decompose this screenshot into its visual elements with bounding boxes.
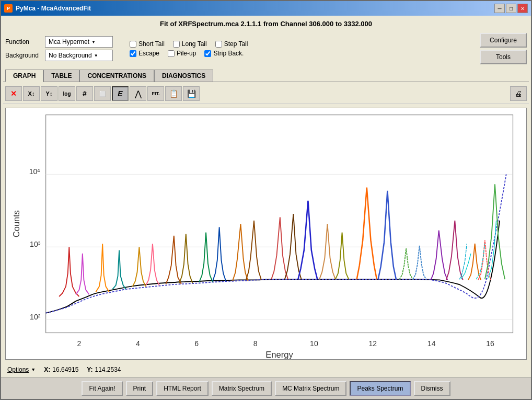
step-tail-checkbox[interactable] [215, 41, 222, 48]
background-dropdown-arrow: ▼ [94, 53, 98, 58]
clear-button[interactable]: ✕ [5, 86, 22, 101]
y-label: Y: [87, 366, 92, 373]
svg-text:14: 14 [427, 339, 436, 348]
html-report-button[interactable]: HTML Report [156, 381, 209, 396]
escape-label: Escape [138, 50, 159, 57]
short-tail-checkbox-item: Short Tail [130, 40, 165, 48]
function-dropdown-arrow: ▼ [91, 40, 96, 44]
print-bottom-button[interactable]: Print [126, 381, 154, 396]
y-value: 114.2534 [95, 366, 121, 373]
short-tail-label: Short Tail [138, 40, 165, 48]
controls-row: Function Mca Hypermet ▼ Background No Ba… [3, 32, 529, 65]
tabs: GRAPH TABLE CONCENTRATIONS DIAGNOSTICS [3, 67, 529, 82]
grid-button[interactable]: # [76, 86, 93, 101]
checkbox-row-1: Short Tail Long Tail Step Tail [130, 40, 463, 48]
svg-text:2: 2 [77, 339, 82, 348]
controls-left: Function Mca Hypermet ▼ Background No Ba… [5, 36, 113, 61]
function-group: Function Mca Hypermet ▼ [5, 36, 113, 48]
titlebar: P PyMca - McaAdvancedFit ─ □ ✕ [1, 1, 531, 16]
long-tail-checkbox[interactable] [173, 41, 180, 48]
titlebar-title: P PyMca - McaAdvancedFit [4, 4, 91, 13]
matrix-spectrum-button[interactable]: Matrix Spectrum [212, 381, 272, 396]
svg-text:4: 4 [136, 339, 140, 348]
escape-checkbox[interactable] [130, 50, 136, 57]
y-status: Y: 114.2534 [87, 366, 121, 373]
svg-text:8: 8 [253, 339, 258, 348]
minimize-button[interactable]: ─ [494, 4, 505, 13]
options-item: Options ▼ [7, 366, 36, 373]
svg-text:Counts: Counts [11, 210, 20, 237]
fit-button[interactable]: FIT. [147, 86, 164, 101]
fit-again-button[interactable]: Fit Again! [82, 381, 122, 396]
svg-text:10²: 10² [30, 313, 41, 321]
svg-text:10⁴: 10⁴ [29, 167, 41, 176]
log-button[interactable]: log [59, 86, 75, 101]
svg-text:16: 16 [486, 339, 494, 348]
save-button[interactable]: 💾 [183, 86, 200, 101]
x-axis-button[interactable]: X↕ [23, 86, 40, 101]
options-arrow: ▼ [31, 367, 36, 372]
background-label: Background [5, 52, 42, 59]
maximize-button[interactable]: □ [506, 4, 516, 13]
toolbar: ✕ X↕ Y↕ log # ⬜ E ⋀ FIT. 📋 💾 🖨 [3, 84, 529, 104]
buttons-right: Configure Tools [480, 33, 527, 64]
x-status: X: 16.64915 [44, 366, 78, 373]
svg-text:10: 10 [310, 339, 318, 348]
peaks-spectrum-button[interactable]: Peaks Spectrum [350, 381, 410, 396]
chart-svg: Counts 10² 10³ 10⁴ 2 4 6 8 10 12 14 16 [6, 108, 526, 359]
content-area: Fit of XRFSpectrum.mca 2.1.1.1 from Chan… [1, 16, 531, 378]
svg-text:6: 6 [194, 339, 199, 348]
pile-up-checkbox[interactable] [168, 50, 175, 57]
svg-text:12: 12 [368, 339, 377, 348]
dismiss-button[interactable]: Dismiss [414, 381, 450, 396]
mc-matrix-spectrum-button[interactable]: MC Matrix Spectrum [275, 381, 346, 396]
pile-up-checkbox-item: Pile-up [168, 50, 196, 57]
svg-text:10³: 10³ [30, 240, 41, 248]
background-dropdown[interactable]: No Background ▼ [45, 50, 113, 61]
function-label: Function [5, 38, 42, 45]
print-button[interactable]: 🖨 [510, 86, 527, 101]
y-axis-button[interactable]: Y↕ [41, 86, 57, 101]
bottom-buttons: Fit Again! Print HTML Report Matrix Spec… [1, 378, 531, 399]
strip-back-checkbox[interactable] [204, 50, 211, 57]
x-value: 16.64915 [52, 366, 78, 373]
checkbox-row-2: Escape Pile-up Strip Back. [130, 50, 463, 57]
background-group: Background No Background ▼ [5, 50, 113, 61]
tab-table[interactable]: TABLE [43, 70, 79, 82]
energy-button[interactable]: E [112, 86, 129, 101]
svg-text:Energy: Energy [265, 350, 293, 359]
titlebar-buttons: ─ □ ✕ [494, 4, 528, 13]
pile-up-label: Pile-up [177, 50, 196, 57]
zoom-button[interactable]: ⬜ [94, 86, 111, 101]
tab-diagnostics[interactable]: DIAGNOSTICS [154, 70, 213, 82]
tools-button[interactable]: Tools [480, 50, 527, 64]
app-icon: P [4, 4, 13, 13]
peaks-button[interactable]: ⋀ [130, 86, 146, 101]
short-tail-checkbox[interactable] [130, 41, 136, 48]
save-ascii-button[interactable]: 📋 [165, 86, 182, 101]
chart-area: Counts 10² 10³ 10⁴ 2 4 6 8 10 12 14 16 [5, 108, 527, 360]
strip-back-label: Strip Back. [213, 50, 244, 57]
function-dropdown[interactable]: Mca Hypermet ▼ [45, 36, 113, 48]
long-tail-checkbox-item: Long Tail [173, 40, 207, 48]
close-button[interactable]: ✕ [517, 4, 528, 13]
status-bar: Options ▼ X: 16.64915 Y: 114.2534 [3, 364, 529, 375]
step-tail-label: Step Tail [224, 40, 248, 48]
strip-back-checkbox-item: Strip Back. [204, 50, 244, 57]
step-tail-checkbox-item: Step Tail [215, 40, 248, 48]
long-tail-label: Long Tail [182, 40, 207, 48]
escape-checkbox-item: Escape [130, 50, 159, 57]
configure-button[interactable]: Configure [480, 33, 527, 48]
main-window: P PyMca - McaAdvancedFit ─ □ ✕ Fit of XR… [0, 0, 532, 400]
x-label: X: [44, 366, 50, 373]
header-title: Fit of XRFSpectrum.mca 2.1.1.1 from Chan… [3, 18, 529, 30]
tab-graph[interactable]: GRAPH [5, 70, 43, 82]
options-label[interactable]: Options [7, 366, 29, 373]
tab-concentrations[interactable]: CONCENTRATIONS [79, 70, 154, 82]
checkboxes-area: Short Tail Long Tail Step Tail Escape [119, 40, 473, 57]
